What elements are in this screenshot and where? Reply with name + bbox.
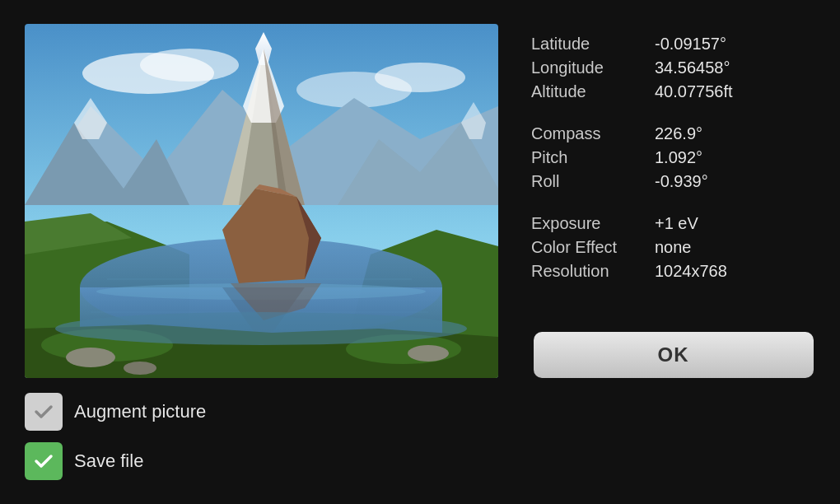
latitude-value: -0.09157° <box>655 35 815 54</box>
svg-point-33 <box>408 345 449 362</box>
compass-row: Compass 226.9° <box>531 122 815 146</box>
roll-label: Roll <box>531 172 630 191</box>
pitch-label: Pitch <box>531 148 630 167</box>
augment-picture-checkbox[interactable] <box>25 393 63 431</box>
svg-point-4 <box>375 63 465 92</box>
ok-button[interactable]: OK <box>534 332 814 378</box>
save-file-row[interactable]: Save file <box>25 442 498 480</box>
altitude-row: Altitude 40.07756ft <box>531 80 815 104</box>
longitude-label: Longitude <box>531 58 630 77</box>
augment-picture-row[interactable]: Augment picture <box>25 393 498 431</box>
exposure-row: Exposure +1 eV <box>531 212 815 236</box>
roll-row: Roll -0.939° <box>531 170 815 194</box>
altitude-label: Altitude <box>531 82 630 101</box>
resolution-row: Resolution 1024x768 <box>531 259 815 283</box>
checkboxes-area: Augment picture Save file <box>25 393 498 480</box>
save-file-checkbox[interactable] <box>25 442 63 480</box>
ok-button-container: OK <box>531 332 815 378</box>
color-effect-label: Color Effect <box>531 238 630 257</box>
exposure-value: +1 eV <box>655 214 815 233</box>
pitch-row: Pitch 1.092° <box>531 146 815 170</box>
svg-point-35 <box>55 312 467 345</box>
right-panel: Latitude -0.09157° Longitude 34.56458° A… <box>531 24 815 378</box>
compass-value: 226.9° <box>655 124 815 143</box>
svg-point-2 <box>140 49 239 82</box>
color-effect-row: Color Effect none <box>531 236 815 259</box>
orientation-info-group: Compass 226.9° Pitch 1.092° Roll -0.939° <box>531 122 815 194</box>
gps-info-group: Latitude -0.09157° Longitude 34.56458° A… <box>531 32 815 104</box>
altitude-value: 40.07756ft <box>655 82 815 101</box>
compass-label: Compass <box>531 124 630 143</box>
longitude-row: Longitude 34.56458° <box>531 56 815 80</box>
photo-frame <box>25 24 498 378</box>
svg-point-34 <box>124 362 156 375</box>
pitch-value: 1.092° <box>655 148 815 167</box>
main-container: Augment picture Save file Latitude -0.09… <box>0 7 840 497</box>
resolution-value: 1024x768 <box>655 262 815 281</box>
latitude-row: Latitude -0.09157° <box>531 32 815 56</box>
svg-point-32 <box>66 348 115 367</box>
info-section: Latitude -0.09157° Longitude 34.56458° A… <box>531 32 815 301</box>
save-file-label: Save file <box>74 450 143 472</box>
longitude-value: 34.56458° <box>655 58 815 77</box>
left-panel: Augment picture Save file <box>25 24 498 480</box>
resolution-label: Resolution <box>531 262 630 281</box>
augment-picture-label: Augment picture <box>74 401 206 422</box>
camera-info-group: Exposure +1 eV Color Effect none Resolut… <box>531 212 815 283</box>
latitude-label: Latitude <box>531 35 630 54</box>
exposure-label: Exposure <box>531 214 630 233</box>
roll-value: -0.939° <box>655 172 815 191</box>
color-effect-value: none <box>655 238 815 257</box>
